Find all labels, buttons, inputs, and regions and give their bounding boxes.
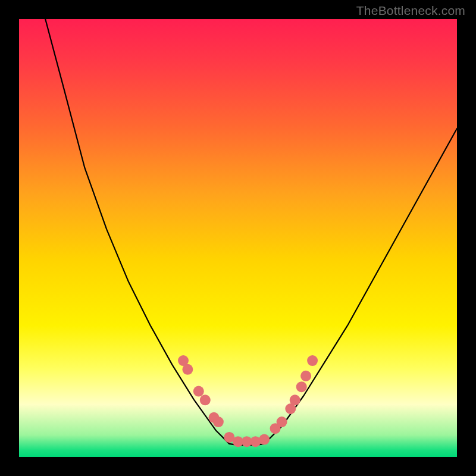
benchmark-point <box>200 394 211 405</box>
outer-frame: TheBottleneck.com <box>0 0 476 476</box>
benchmark-point <box>277 416 287 427</box>
benchmark-point <box>193 386 204 397</box>
plot-area <box>19 19 457 457</box>
chart-background <box>19 19 457 457</box>
benchmark-point <box>296 381 307 392</box>
watermark-text: TheBottleneck.com <box>356 4 465 18</box>
benchmark-point <box>213 416 224 427</box>
benchmark-point <box>259 434 270 445</box>
benchmark-point <box>182 364 193 375</box>
bottleneck-chart <box>19 19 457 457</box>
benchmark-point <box>307 355 318 366</box>
benchmark-point <box>300 371 311 381</box>
benchmark-point <box>290 394 300 405</box>
